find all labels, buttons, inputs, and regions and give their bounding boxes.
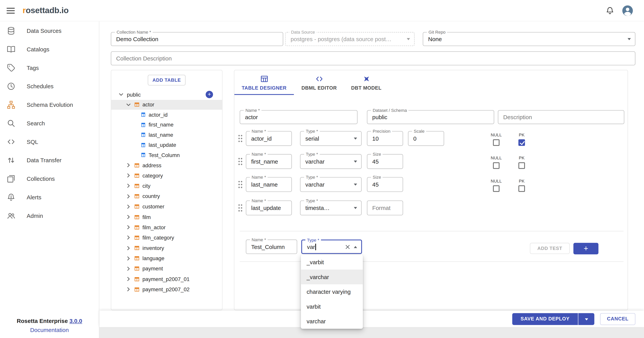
dropdown-option[interactable]: _varbit: [301, 255, 363, 270]
chevron-right-icon: [126, 245, 131, 250]
column-name-value: actor_id: [251, 132, 288, 145]
column-icon: [141, 133, 146, 138]
menu-icon[interactable]: [6, 8, 15, 13]
size-field[interactable]: Size 45: [367, 154, 403, 169]
null-checkbox[interactable]: [493, 185, 500, 192]
chevron-down-icon: [126, 102, 131, 107]
add-column-button[interactable]: +: [574, 243, 598, 254]
data-source-select[interactable]: Data Source postgres - postgres (data so…: [285, 32, 414, 46]
column-type-value: serial: [306, 132, 350, 145]
tree-table-item[interactable]: payment_p2007_02: [111, 284, 222, 295]
save-and-deploy-button[interactable]: SAVE AND DEPLOY: [512, 313, 578, 325]
drag-handle-icon[interactable]: [237, 203, 243, 212]
dropdown-option[interactable]: varchar: [301, 314, 363, 329]
git-repo-select[interactable]: Git Repo None: [423, 32, 635, 46]
sidebar-item-data-transfer[interactable]: Data Transfer: [0, 151, 99, 169]
scale-field[interactable]: Scale 0: [408, 131, 444, 146]
column-name: last_update: [148, 142, 176, 148]
sidebar-item-alerts[interactable]: Alerts: [0, 188, 99, 206]
account-icon[interactable]: [622, 5, 634, 16]
tree-table-actor[interactable]: actor: [111, 100, 222, 110]
new-column-type-combobox[interactable]: Type * var: [301, 239, 362, 254]
collection-name-field[interactable]: Collection Name * Demo Collection: [111, 32, 283, 46]
dataset-schema-value: public: [372, 111, 490, 124]
table-description-field[interactable]: Description: [498, 110, 624, 124]
tree-table-item[interactable]: country: [111, 191, 222, 201]
documentation-link[interactable]: Documentation: [0, 325, 99, 334]
sidebar-item-sql[interactable]: SQL: [0, 132, 99, 151]
column-name-field[interactable]: Name * last_name: [246, 177, 292, 192]
tree-table-item[interactable]: payment_p2007_01: [111, 274, 222, 284]
app-logo[interactable]: rosettadb.io: [22, 6, 68, 15]
clear-icon[interactable]: [345, 244, 350, 249]
column-name: actor_id: [148, 112, 168, 118]
column-name-field[interactable]: Name * first_name: [246, 154, 292, 169]
tree-table-item[interactable]: city: [111, 181, 222, 191]
pk-checkbox[interactable]: [518, 139, 525, 146]
tree-table-item[interactable]: film_category: [111, 232, 222, 243]
column-name-value: first_name: [251, 155, 288, 168]
tree-table-item[interactable]: payment: [111, 264, 222, 274]
drag-handle-icon[interactable]: [237, 134, 243, 143]
drag-handle-icon[interactable]: [237, 157, 243, 166]
save-options-dropdown-button[interactable]: [578, 313, 594, 325]
tree-schema-public[interactable]: public +: [111, 90, 222, 100]
column-name-field[interactable]: Name * last_update: [246, 200, 292, 215]
sidebar-item-tags[interactable]: Tags: [0, 58, 99, 77]
column-type-select[interactable]: Type * varchar: [300, 177, 362, 192]
tree-column-item[interactable]: first_name: [111, 120, 222, 130]
new-column-name-field[interactable]: Name * Test_Column: [246, 239, 297, 254]
sidebar-item-search[interactable]: Search: [0, 114, 99, 132]
column-type-select[interactable]: Type * serial: [300, 131, 362, 146]
add-test-button[interactable]: ADD TEST: [530, 243, 570, 254]
tree-table-item[interactable]: film_actor: [111, 222, 222, 232]
dropdown-option[interactable]: character varying: [301, 284, 363, 299]
sidebar-item-schema-evolution[interactable]: Schema Evolution: [0, 95, 99, 114]
size-field[interactable]: Size 45: [367, 177, 403, 192]
sidebar-item-collections[interactable]: Collections: [0, 169, 99, 188]
sidebar-item-data-sources[interactable]: Data Sources: [0, 22, 99, 40]
tab-dbt-model[interactable]: DBT MODEL: [344, 70, 388, 95]
column-icon: [141, 122, 146, 127]
top-bar: rosettadb.io: [0, 0, 644, 22]
column-name: first_name: [148, 122, 174, 128]
tree-table-item[interactable]: category: [111, 170, 222, 181]
tree-table-item[interactable]: address: [111, 160, 222, 171]
null-checkbox[interactable]: [493, 162, 500, 169]
tab-table-designer[interactable]: TABLE DESIGNER: [234, 70, 294, 95]
version-link[interactable]: 3.0.0: [70, 318, 82, 324]
column-name-field[interactable]: Name * actor_id: [246, 131, 292, 146]
dropdown-option-highlighted[interactable]: _varchar: [301, 270, 363, 284]
sidebar-item-schedules[interactable]: Schedules: [0, 77, 99, 95]
tree-table-item[interactable]: language: [111, 253, 222, 264]
tree-column-item[interactable]: last_name: [111, 130, 222, 140]
null-checkbox[interactable]: [493, 139, 500, 146]
pk-checkbox[interactable]: [518, 162, 525, 169]
add-table-button[interactable]: ADD TABLE: [148, 75, 186, 85]
format-button[interactable]: Format: [367, 200, 403, 215]
dropdown-option[interactable]: varbit: [301, 299, 363, 314]
tab-dbml-editor[interactable]: DBML EDITOR: [294, 70, 344, 95]
collection-description-field[interactable]: Collection Description: [111, 51, 635, 65]
tree-column-item[interactable]: actor_id: [111, 110, 222, 120]
collection-name-value: Demo Collection: [116, 33, 280, 46]
cancel-button[interactable]: CANCEL: [600, 313, 635, 325]
table-name-field[interactable]: Name * actor: [240, 110, 358, 124]
notifications-icon[interactable]: [606, 6, 614, 15]
null-flag: NULL: [487, 178, 505, 192]
chevron-up-icon[interactable]: [354, 246, 357, 248]
precision-field[interactable]: Precision 10: [367, 131, 403, 146]
tree-table-item[interactable]: inventory: [111, 243, 222, 253]
tree-table-item[interactable]: customer: [111, 201, 222, 212]
tree-column-item[interactable]: last_update: [111, 140, 222, 150]
pk-checkbox[interactable]: [518, 185, 525, 192]
add-table-plus-icon[interactable]: +: [206, 91, 213, 98]
dataset-schema-field[interactable]: Dataset / Schema public: [367, 110, 494, 124]
column-type-select[interactable]: Type * timesta…: [300, 200, 362, 215]
sidebar-item-catalogs[interactable]: Catalogs: [0, 40, 99, 58]
tree-column-item[interactable]: Test_Column: [111, 150, 222, 160]
drag-handle-icon[interactable]: [237, 180, 243, 189]
tree-table-item[interactable]: film: [111, 212, 222, 222]
column-type-select[interactable]: Type * varchar: [300, 154, 362, 169]
sidebar-item-admin[interactable]: Admin: [0, 206, 99, 225]
